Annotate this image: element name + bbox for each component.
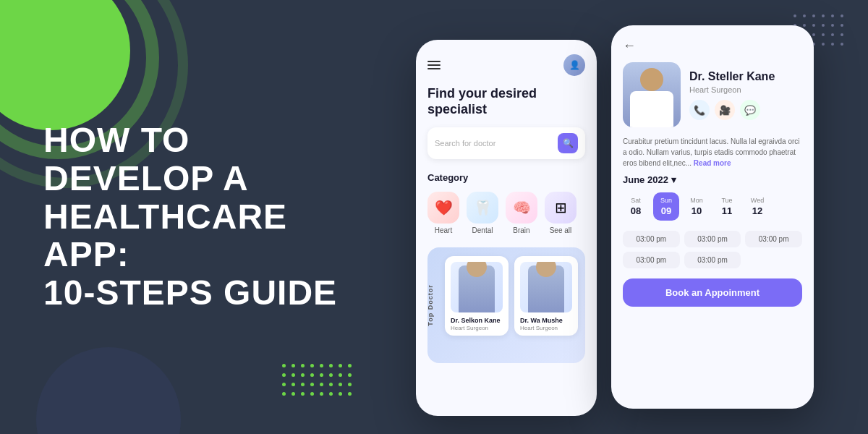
phone1-top: 👤	[427, 54, 585, 76]
hamburger-icon[interactable]	[427, 61, 441, 69]
doctor-figure-2	[528, 265, 564, 312]
left-section: HOW TO DEVELOP A HEALTHCARE APP: 10-STEP…	[43, 122, 347, 312]
message-contact-button[interactable]: 💬	[740, 100, 760, 120]
seeall-label: See all	[550, 226, 572, 234]
dental-icon-box: 🦷	[467, 192, 498, 224]
doctor-figure-1	[459, 265, 495, 312]
brain-label: Brain	[513, 226, 529, 234]
date-num-wed: 12	[752, 205, 762, 216]
day-name-wed: Wed	[751, 197, 764, 204]
category-seeall[interactable]: ⊞ See all	[545, 192, 576, 234]
read-more-link[interactable]: Read more	[694, 159, 731, 167]
contact-icons-row: 📞 🎥 💬	[689, 100, 802, 120]
doctor-main-avatar	[623, 62, 681, 127]
doctor-avatar-2	[520, 262, 572, 312]
date-wed[interactable]: Wed 12	[744, 192, 770, 221]
category-label: Category	[427, 172, 585, 183]
calendar-dates: Sat 08 Sun 09 Mon 10 Tue 11 Wed 12	[623, 192, 802, 221]
category-brain[interactable]: 🧠 Brain	[506, 192, 537, 234]
date-num-tue: 11	[722, 205, 732, 216]
doctor-main-name: Dr. Steller Kane	[689, 69, 802, 83]
book-appointment-button[interactable]: Book an Appoinment	[623, 278, 802, 307]
date-mon[interactable]: Mon 10	[684, 192, 710, 221]
search-input[interactable]: Search for doctor	[435, 139, 558, 148]
category-row: ❤️ Heart 🦷 Dental 🧠 Brain ⊞ See all	[427, 192, 585, 234]
doctor-spec-1: Heart Surgeon	[451, 325, 503, 331]
day-name-sat: Sat	[631, 197, 641, 204]
time-slot-1[interactable]: 03:00 pm	[623, 231, 680, 247]
video-contact-button[interactable]: 🎥	[715, 100, 735, 120]
phone-contact-button[interactable]: 📞	[689, 100, 710, 120]
day-name-tue: Tue	[721, 197, 732, 204]
time-slot-4[interactable]: 03:00 pm	[623, 252, 680, 268]
heart-label: Heart	[435, 226, 452, 234]
hamburger-line-1	[427, 61, 441, 62]
day-name-sun: Sun	[660, 197, 672, 204]
brain-icon-box: 🧠	[506, 192, 537, 224]
category-heart[interactable]: ❤️ Heart	[427, 192, 459, 234]
doctor-main-info: Dr. Steller Kane Heart Surgeon 📞 🎥 💬	[689, 69, 802, 120]
doctor-cards-row: Dr. Selkon Kane Heart Surgeon Dr. Wa Mus…	[445, 256, 578, 336]
date-sat[interactable]: Sat 08	[623, 192, 649, 221]
time-slots-grid: 03:00 pm 03:00 pm 03:00 pm 03:00 pm 03:0…	[623, 231, 802, 268]
doctor-spec-2: Heart Surgeon	[520, 325, 572, 331]
date-num-sat: 08	[631, 205, 641, 216]
doctor-bio: Curabitur pretium tincidunt lacus. Nulla…	[623, 136, 802, 169]
chevron-down-icon: ▾	[671, 174, 676, 185]
calendar-header: June 2022 ▾	[623, 174, 802, 185]
heart-icon-box: ❤️	[427, 192, 459, 224]
phone2: ← Dr. Steller Kane Heart Surgeon 📞 🎥 💬 C…	[611, 25, 814, 409]
phone1-title: Find your desired specialist	[427, 86, 585, 117]
main-title: HOW TO DEVELOP A HEALTHCARE APP: 10-STEP…	[43, 122, 347, 312]
date-num-mon: 10	[692, 205, 702, 216]
doctor-main-spec: Heart Surgeon	[689, 85, 802, 94]
time-slot-3[interactable]: 03:00 pm	[745, 231, 802, 247]
day-name-mon: Mon	[690, 197, 703, 204]
user-avatar[interactable]: 👤	[563, 54, 585, 76]
back-button[interactable]: ←	[623, 38, 802, 54]
doctor-name-1: Dr. Selkon Kane	[451, 317, 503, 325]
calendar-month[interactable]: June 2022 ▾	[623, 174, 676, 185]
dental-label: Dental	[472, 226, 493, 234]
date-num-sun: 09	[661, 205, 671, 216]
doctor-profile-header: Dr. Steller Kane Heart Surgeon 📞 🎥 💬	[623, 62, 802, 127]
doctor-card-2[interactable]: Dr. Wa Mushe Heart Surgeon	[514, 256, 578, 336]
search-bar[interactable]: Search for doctor 🔍	[427, 127, 585, 159]
doctor-avatar-1	[451, 262, 503, 312]
seeall-icon-box: ⊞	[545, 192, 576, 224]
top-doctor-section: Top Doctor Dr. Selkon Kane Heart Surgeon…	[427, 247, 585, 363]
bg-dots-bottom-center: const dotsCenter = document.querySelecto…	[282, 364, 354, 398]
doctor-card-1[interactable]: Dr. Selkon Kane Heart Surgeon	[445, 256, 509, 336]
search-button[interactable]: 🔍	[558, 133, 578, 153]
doctor-name-2: Dr. Wa Mushe	[520, 317, 572, 325]
bg-circle-bottom-left	[36, 347, 181, 434]
hamburger-line-3	[427, 68, 441, 69]
time-slot-5[interactable]: 03:00 pm	[684, 252, 741, 268]
category-dental[interactable]: 🦷 Dental	[467, 192, 498, 234]
hamburger-line-2	[427, 64, 441, 66]
time-slot-2[interactable]: 03:00 pm	[684, 231, 741, 247]
top-doctor-label: Top Doctor	[427, 285, 434, 326]
date-sun[interactable]: Sun 09	[653, 192, 679, 221]
date-tue[interactable]: Tue 11	[714, 192, 740, 221]
phones-container: 👤 Find your desired specialist Search fo…	[383, 14, 846, 420]
phone1: 👤 Find your desired specialist Search fo…	[416, 40, 597, 416]
